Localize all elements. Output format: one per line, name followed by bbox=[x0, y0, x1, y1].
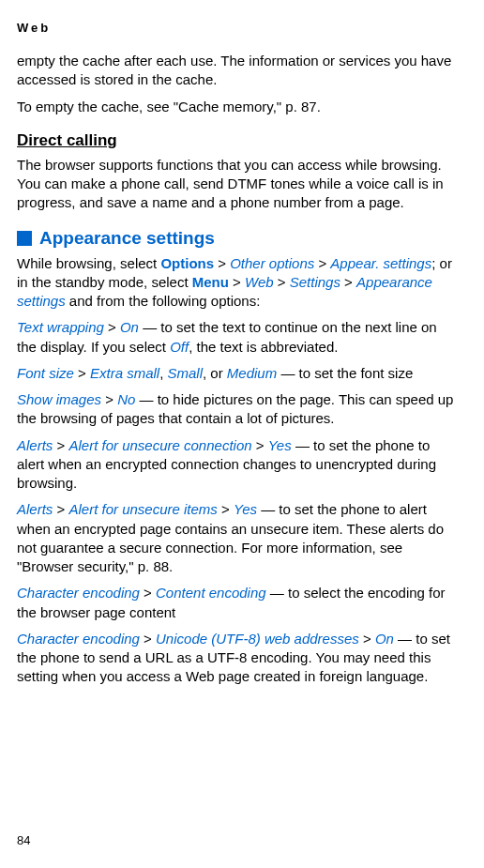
font-size-desc: — to set the font size bbox=[277, 365, 413, 381]
other-options-term: Other options bbox=[230, 255, 314, 271]
options-term: Options bbox=[160, 255, 214, 271]
show-images-option: Show images > No — to hide pictures on t… bbox=[17, 390, 460, 429]
intro-paragraph-2: To empty the cache, see "Cache memory," … bbox=[17, 98, 460, 116]
font-size-option: Font size > Extra small, Small, or Mediu… bbox=[17, 364, 460, 383]
page-ref-88: 88. bbox=[149, 558, 173, 574]
appear-settings-term: Appear. settings bbox=[330, 255, 431, 271]
char-encoding-term-1: Character encoding bbox=[17, 585, 140, 601]
intro-text-c: and from the following options: bbox=[66, 293, 261, 309]
gt: > bbox=[252, 437, 268, 453]
settings-term: Settings bbox=[290, 274, 340, 290]
yes-term-2: Yes bbox=[234, 501, 257, 517]
direct-calling-heading: Direct calling bbox=[17, 131, 460, 150]
menu-term: Menu bbox=[192, 274, 229, 290]
gt: > bbox=[314, 255, 330, 271]
show-images-term: Show images bbox=[17, 391, 101, 407]
or-text: , or bbox=[203, 365, 227, 381]
gt: > bbox=[140, 631, 156, 647]
comma: , bbox=[159, 365, 167, 381]
gt: > bbox=[229, 274, 245, 290]
square-bullet-icon bbox=[17, 231, 32, 246]
page-number: 84 bbox=[17, 833, 30, 847]
alerts-items-option: Alerts > Alert for unsecure items > Yes … bbox=[17, 500, 460, 576]
intro-text-a: While browsing, select bbox=[17, 255, 160, 271]
gt: > bbox=[140, 585, 156, 601]
gt: > bbox=[53, 501, 68, 517]
cache-ref-page: 87. bbox=[301, 99, 321, 114]
alerts-term-2: Alerts bbox=[17, 501, 53, 517]
gt: > bbox=[274, 274, 290, 290]
on-term-2: On bbox=[375, 631, 394, 647]
alerts-term-1: Alerts bbox=[17, 437, 53, 453]
gt: > bbox=[340, 274, 356, 290]
content-encoding-term: Content encoding bbox=[156, 585, 266, 601]
extra-small-term: Extra small bbox=[90, 365, 159, 381]
intro-paragraph-1: empty the cache after each use. The info… bbox=[17, 52, 460, 90]
gt: > bbox=[214, 255, 230, 271]
off-term: Off bbox=[170, 339, 189, 355]
medium-term: Medium bbox=[227, 365, 277, 381]
content-encoding-option: Character encoding > Content encoding — … bbox=[17, 584, 460, 622]
appearance-intro: While browsing, select Options > Other o… bbox=[17, 254, 460, 312]
web-term: Web bbox=[245, 274, 274, 290]
small-term: Small bbox=[168, 365, 204, 381]
font-size-term: Font size bbox=[17, 365, 74, 381]
unicode-encoding-option: Character encoding > Unicode (UTF-8) web… bbox=[17, 630, 460, 687]
alert-unsecure-conn-term: Alert for unsecure connection bbox=[68, 437, 251, 453]
appearance-settings-heading: Appearance settings bbox=[17, 228, 460, 249]
alert-unsecure-items-term: Alert for unsecure items bbox=[68, 501, 217, 517]
appearance-heading-text: Appearance settings bbox=[39, 228, 215, 249]
gt: > bbox=[101, 391, 117, 407]
char-encoding-term-2: Character encoding bbox=[17, 631, 140, 647]
text-wrapping-option: Text wrapping > On — to set the text to … bbox=[17, 318, 460, 357]
text-wrapping-term: Text wrapping bbox=[17, 319, 104, 335]
on-term: On bbox=[120, 319, 139, 335]
direct-calling-paragraph: The browser supports functions that you … bbox=[17, 156, 460, 213]
alerts-connection-option: Alerts > Alert for unsecure connection >… bbox=[17, 436, 460, 494]
cache-ref-text: To empty the cache, see "Cache memory," … bbox=[17, 99, 297, 114]
text-wrapping-end: , the text is abbreviated. bbox=[189, 339, 338, 355]
gt: > bbox=[53, 437, 68, 453]
no-term: No bbox=[117, 391, 135, 407]
unicode-addresses-term: Unicode (UTF-8) web addresses bbox=[156, 631, 359, 647]
page-header: Web bbox=[17, 21, 460, 35]
gt: > bbox=[218, 501, 234, 517]
gt: > bbox=[359, 631, 375, 647]
yes-term-1: Yes bbox=[268, 437, 292, 453]
gt: > bbox=[104, 319, 120, 335]
gt: > bbox=[74, 365, 90, 381]
